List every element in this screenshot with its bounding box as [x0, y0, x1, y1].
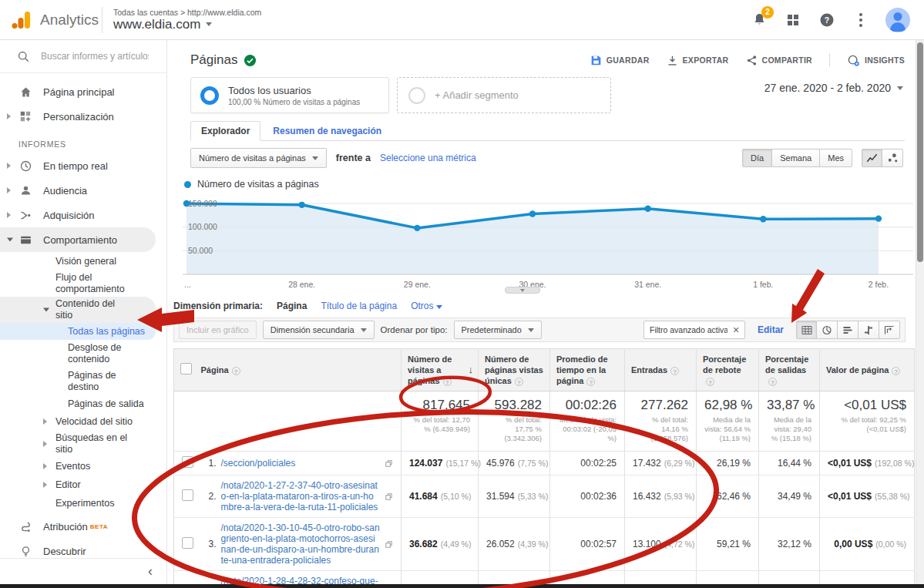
help-icon[interactable] [892, 367, 900, 375]
col-header-entrances[interactable]: Entradas [631, 365, 667, 375]
analytics-logo-icon[interactable] [11, 8, 34, 32]
col-header-page-value[interactable]: Valor de página [826, 365, 889, 375]
sort-type-dropdown[interactable]: Predeterminado [454, 321, 542, 339]
help-icon[interactable] [706, 378, 714, 386]
sidebar-item-behavior-overview[interactable]: Visión general [0, 252, 156, 270]
date-range-picker[interactable]: 27 ene. 2020 - 2 feb. 2020 [764, 82, 903, 94]
chart-point[interactable] [875, 215, 882, 221]
sidebar-item-events[interactable]: Eventos [0, 457, 156, 475]
cell-value: <0,01 US$ [828, 491, 872, 502]
col-header-unique-pageviews[interactable]: Número de páginas vistas únicas [485, 354, 543, 385]
dimension-page[interactable]: Página [277, 301, 307, 311]
secondary-dimension-dropdown[interactable]: Dimensión secundaria [263, 321, 375, 339]
tab-explorer[interactable]: Explorador [190, 121, 260, 141]
sidebar-item-audience[interactable]: Audiencia [0, 178, 156, 203]
col-header-page[interactable]: Página [201, 365, 229, 375]
x-axis-label: ... [184, 280, 207, 289]
sidebar-item-all-pages[interactable]: Todas las páginas [0, 323, 156, 340]
row-checkbox[interactable] [182, 537, 193, 549]
dimension-page-title[interactable]: Título de la página [321, 301, 397, 311]
page-link[interactable]: /nota/2020-1-27-2-37-40-otro-asesinato-e… [221, 480, 381, 512]
data-view-button[interactable] [796, 321, 817, 339]
save-button[interactable]: GUARDAR [590, 55, 650, 66]
apps-grid-button[interactable] [784, 11, 802, 29]
sidebar-item-exit-pages[interactable]: Páginas de salida [0, 395, 156, 412]
help-icon[interactable] [670, 367, 679, 375]
remove-filter-button[interactable] [727, 321, 744, 338]
page-link[interactable]: /seccion/policiales [221, 458, 381, 469]
help-icon[interactable] [232, 367, 240, 375]
sidebar-item-content-drilldown[interactable]: Desglose de contenido [0, 340, 156, 368]
help-icon[interactable] [586, 378, 595, 386]
help-icon[interactable] [768, 378, 777, 386]
more-options-button[interactable] [852, 11, 870, 29]
sidebar-item-behavior-flow[interactable]: Flujo del comportamiento [0, 270, 156, 297]
share-button[interactable]: COMPARTIR [746, 55, 813, 66]
col-header-bounce-rate[interactable]: Porcentaje de rebote [703, 354, 746, 375]
percentage-view-button[interactable] [817, 321, 838, 339]
comparison-view-button[interactable] [858, 321, 879, 339]
sidebar-item-experiments[interactable]: Experimentos [0, 494, 156, 512]
chart-point[interactable] [298, 202, 304, 208]
col-header-exit-rate[interactable]: Porcentaje de salidas [765, 354, 808, 375]
user-avatar[interactable] [885, 8, 910, 32]
sidebar-item-behavior[interactable]: Comportamiento [0, 227, 156, 252]
line-chart-button[interactable] [862, 149, 882, 167]
help-icon[interactable] [443, 378, 452, 386]
sidebar-item-landing-pages[interactable]: Páginas de destino [0, 368, 156, 395]
add-segment-button[interactable]: + Añadir segmento [397, 77, 611, 113]
open-page-icon[interactable] [385, 492, 393, 501]
sidebar-item-acquisition[interactable]: Adquisición [0, 203, 156, 227]
sidebar-item-realtime[interactable]: En tiempo real [0, 153, 156, 178]
notifications-button[interactable]: 2 [750, 11, 768, 29]
clock-icon [18, 160, 32, 173]
sidebar-item-personalization[interactable]: Personalización [0, 104, 156, 129]
chart-point[interactable] [760, 216, 766, 222]
sidebar-item-site-content[interactable]: Contenido del sitio [0, 297, 156, 323]
sort-descending-icon[interactable] [469, 365, 474, 375]
pivot-view-button[interactable] [879, 321, 900, 339]
add-segment-label: + Añadir segmento [435, 89, 519, 101]
row-checkbox[interactable] [182, 489, 193, 501]
performance-view-button[interactable] [838, 321, 858, 339]
dimension-other-dropdown[interactable]: Otros [411, 301, 442, 311]
help-button[interactable]: ? [818, 11, 836, 29]
motion-chart-button[interactable] [882, 149, 903, 167]
chart-point[interactable] [529, 210, 536, 217]
col-header-avg-time[interactable]: Promedio de tiempo en la página [556, 354, 608, 385]
sidebar-collapse-button[interactable] [0, 558, 166, 584]
summary-exit-rate: 33,87 % [767, 398, 811, 413]
property-selector[interactable]: www.eldia.com [113, 17, 261, 32]
sidebar-item-attribution[interactable]: Atribución BETA [0, 514, 156, 539]
date-range-text: 27 ene. 2020 - 2 feb. 2020 [764, 82, 891, 94]
breadcrumb[interactable]: Todas las cuentas > http://www.eldia.com [113, 8, 261, 17]
tab-navigation-summary[interactable]: Resumen de navegación [260, 122, 394, 140]
open-page-icon[interactable] [385, 540, 393, 549]
open-page-icon[interactable] [385, 459, 393, 468]
page-scrollbar[interactable] [916, 40, 924, 584]
metric-dropdown[interactable]: Número de visitas a páginas [190, 148, 327, 168]
row-checkbox[interactable] [182, 456, 193, 468]
page-link[interactable]: /nota/2020-1-30-10-45-0-otro-robo-sangri… [221, 522, 381, 566]
chart-point[interactable] [644, 206, 650, 212]
segment-card-all-users[interactable]: Todos los usuarios 100,00 % Número de vi… [190, 77, 389, 113]
timeseries-chart[interactable]: 50.000100.000150.000 ...28 ene.29 ene.30… [183, 193, 913, 291]
edit-filter-link[interactable]: Editar [758, 324, 784, 335]
sidebar-item-site-search[interactable]: Búsquedas en el sitio [0, 431, 156, 457]
granularity-day-button[interactable]: Día [742, 149, 772, 167]
chart-point[interactable] [414, 225, 420, 231]
help-icon[interactable] [515, 378, 523, 386]
select-metric-link[interactable]: Seleccione una métrica [380, 153, 476, 163]
granularity-month-button[interactable]: Mes [820, 149, 852, 167]
sidebar-item-home[interactable]: Página principal [0, 79, 156, 104]
sidebar-item-site-speed[interactable]: Velocidad del sitio [0, 412, 156, 431]
granularity-week-button[interactable]: Semana [772, 149, 820, 167]
search-input[interactable] [41, 51, 149, 62]
save-label: GUARDAR [606, 55, 650, 65]
sidebar-item-publisher[interactable]: Editor [0, 475, 156, 494]
insights-button[interactable]: INSIGHTS [847, 54, 905, 67]
scrollbar-thumb[interactable] [917, 42, 923, 262]
chart-scrubber-handle[interactable] [505, 287, 540, 294]
export-button[interactable]: EXPORTAR [667, 55, 729, 66]
select-all-checkbox[interactable] [180, 363, 192, 375]
